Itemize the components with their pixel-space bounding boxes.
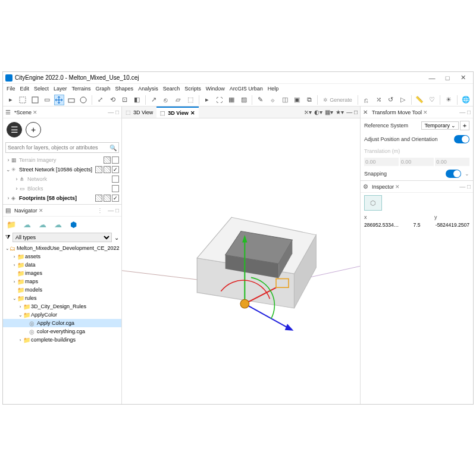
view-tab-2[interactable]: ⬚3D View✕ [156, 107, 198, 118]
3d-viewport[interactable] [122, 118, 360, 404]
view-opt-b[interactable]: ◐▾ [314, 109, 322, 115]
tree-color-everything-cga[interactable]: ◎color-everything.cga [3, 327, 121, 336]
filter-collapse[interactable]: ⌄ [114, 234, 119, 241]
street-vis-b[interactable] [104, 166, 111, 173]
nav-filter-select[interactable]: All types [12, 233, 112, 242]
tool-b[interactable]: ⟲ [107, 95, 117, 105]
tool-globe[interactable]: 🌐 [461, 95, 471, 105]
menu-arcgis-urban[interactable]: ArcGIS Urban [230, 86, 263, 92]
menu-scripts[interactable]: Scripts [184, 86, 201, 92]
layer-footprints[interactable]: ›◈ Footprints [58 objects] ✓ [3, 193, 121, 203]
tool-n[interactable]: ▣ [292, 95, 302, 105]
minimize-button[interactable]: — [424, 74, 440, 82]
tool-o[interactable]: ⧉ [304, 95, 314, 105]
tool-p[interactable]: ⎌ [361, 95, 371, 105]
view-opt-c[interactable]: ▦▾ [325, 109, 333, 115]
snapping-expand[interactable]: ⌄ [465, 171, 469, 177]
tool-pan[interactable]: ▭ [42, 95, 52, 105]
generate-button[interactable]: ✲ Generate [321, 97, 355, 103]
tool-a[interactable]: ⤢ [95, 95, 105, 105]
view-opt-a[interactable]: ⤪▾ [304, 109, 312, 115]
navigator-title[interactable]: Navigator [14, 208, 37, 214]
inspector-shape-thumb[interactable]: ⬡ [364, 195, 382, 211]
snapping-toggle[interactable] [446, 170, 461, 178]
nav-cloud[interactable]: ☁ [52, 219, 64, 230]
scene-panel-min[interactable]: — □ [108, 109, 119, 115]
tool-c[interactable]: ⊡ [120, 95, 130, 105]
nav-folder-button[interactable]: 📁 [5, 219, 17, 230]
street-vis-a[interactable] [95, 166, 102, 173]
menu-analysis[interactable]: Analysis [138, 86, 158, 92]
tool-t[interactable]: ♡ [427, 95, 437, 105]
scene-tab-title[interactable]: *Scene [14, 109, 32, 115]
tool-j[interactable]: ▦ [226, 95, 236, 105]
translation-x[interactable] [364, 158, 399, 166]
tree-design-rules[interactable]: ›📁3D_City_Design_Rules [3, 302, 121, 311]
coord-x-value[interactable]: 286952.5334777832 [364, 222, 399, 228]
translation-z[interactable] [435, 158, 469, 166]
menu-search[interactable]: Search [163, 86, 180, 92]
street-vis-c[interactable]: ✓ [112, 166, 119, 173]
scene-search-input[interactable] [8, 145, 109, 151]
tree-assets[interactable]: ›📁assets [3, 252, 121, 261]
layer-blocks[interactable]: ›▭ Blocks [3, 184, 121, 193]
tool-s[interactable]: ▷ [397, 95, 408, 105]
fp-vis-b[interactable] [104, 195, 111, 202]
transform-title[interactable]: Transform Move Tool [372, 109, 422, 115]
ref-system-add[interactable]: + [460, 121, 469, 130]
scene-add-button[interactable]: + [26, 122, 41, 137]
tree-complete-buildings[interactable]: ›📁complete-buildings [3, 336, 121, 344]
menu-edit[interactable]: Edit [20, 86, 30, 92]
terrain-vis-a[interactable] [104, 156, 111, 164]
tool-brush[interactable]: ✎ [255, 95, 265, 105]
menu-shapes[interactable]: Shapes [115, 86, 134, 92]
view-opt-d[interactable]: ★▾ [336, 109, 344, 115]
ref-system-select[interactable]: Temporary ⌄ [421, 121, 459, 130]
tree-apply-color-cga[interactable]: ◎Apply Color.cga [3, 319, 121, 327]
tool-r[interactable]: ↺ [386, 95, 396, 105]
inspector-close[interactable]: ✕ [395, 184, 400, 190]
coord-z-value[interactable]: -5824419.2507 [434, 222, 469, 228]
transform-close[interactable]: ✕ [423, 109, 428, 115]
tool-h[interactable]: ⬚ [185, 95, 195, 105]
blocks-vis[interactable] [112, 185, 119, 192]
layer-street-network[interactable]: ⌄✳ Street Network [10586 objects] ✓ [3, 165, 121, 174]
coord-y-value[interactable]: 7.5 [399, 222, 434, 228]
menu-layer[interactable]: Layer [54, 86, 67, 92]
view-tab-close[interactable]: ✕ [190, 110, 195, 116]
tree-rules[interactable]: ⌄📁rules [3, 294, 121, 302]
tool-scale[interactable] [66, 95, 76, 105]
tool-select-rect[interactable] [17, 95, 27, 105]
scene-layers-button[interactable]: ☰ [7, 122, 22, 137]
tree-models[interactable]: 📁models [3, 286, 121, 294]
menu-file[interactable]: File [7, 86, 15, 92]
tree-project[interactable]: ⌄🗂Melton_MixedUse_Development_CE_2022 [3, 244, 121, 252]
fp-vis-a[interactable] [95, 195, 102, 202]
tool-frame[interactable] [30, 95, 40, 105]
tool-sun[interactable]: ☀ [443, 95, 453, 105]
close-button[interactable]: ✕ [455, 74, 471, 82]
tree-data[interactable]: ›📁data [3, 261, 121, 269]
layer-terrain[interactable]: ›▦ Terrain Imagery [3, 155, 121, 165]
tree-maps[interactable]: ›📁maps [3, 277, 121, 286]
tool-measure[interactable]: 📏 [415, 95, 425, 105]
inspector-title[interactable]: Inspector [372, 184, 394, 190]
tool-k[interactable]: ▨ [239, 95, 249, 105]
tool-q[interactable]: ⤮ [373, 95, 383, 105]
tree-images[interactable]: 📁images [3, 269, 121, 277]
menu-terrains[interactable]: Terrains [72, 86, 91, 92]
tool-move[interactable] [54, 95, 64, 105]
menu-window[interactable]: Window [206, 86, 225, 92]
tool-rotate[interactable] [79, 95, 89, 105]
scene-tab-close[interactable]: ✕ [33, 109, 37, 115]
layer-network[interactable]: ›⋔ Network [3, 174, 121, 184]
translation-y[interactable] [400, 158, 434, 166]
menu-select[interactable]: Select [34, 86, 49, 92]
tool-f[interactable]: ⎋ [161, 95, 171, 105]
tool-l[interactable]: ⟐ [268, 95, 278, 105]
nav-cloud-up[interactable]: ☁ [36, 219, 48, 230]
maximize-button[interactable]: □ [440, 74, 455, 82]
tree-applycolor[interactable]: ⌄📁ApplyColor [3, 311, 121, 319]
fp-vis-c[interactable]: ✓ [112, 195, 119, 202]
nav-cloud-down[interactable]: ☁ [21, 219, 33, 230]
